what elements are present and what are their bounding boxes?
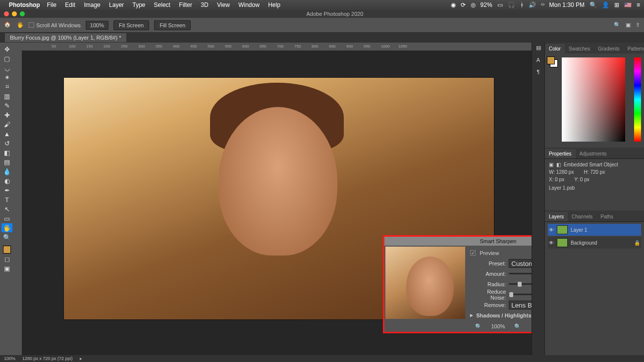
paragraph-panel-icon[interactable]: ¶: [537, 69, 540, 75]
zoom-out-icon[interactable]: 🔍: [475, 323, 482, 330]
eraser-tool[interactable]: ◧: [1, 148, 12, 157]
gradient-tool[interactable]: ▤: [1, 157, 12, 166]
spotlight-icon[interactable]: 🔍: [590, 1, 597, 8]
menu-filter[interactable]: Filter: [179, 1, 192, 8]
app-menu[interactable]: Photoshop: [9, 1, 40, 8]
notifications-icon[interactable]: ≡: [637, 1, 640, 8]
layer-row[interactable]: 👁 Layer 1: [548, 224, 641, 236]
shadows-highlights-toggle[interactable]: ▸ Shadows / Highlights: [470, 312, 532, 318]
shape-tool[interactable]: ▭: [1, 214, 12, 223]
preset-select[interactable]: Custom: [509, 259, 532, 268]
tab-swatches[interactable]: Swatches: [565, 44, 594, 53]
menu-file[interactable]: File: [47, 1, 56, 8]
fill-screen-button[interactable]: Fill Screen: [154, 20, 191, 30]
document-tab[interactable]: Blurry Focus.jpg @ 100% (Layer 1, RGB/8#…: [5, 33, 126, 42]
screen-mode-tool[interactable]: ▣: [1, 264, 12, 273]
user-icon[interactable]: 👤: [602, 1, 609, 8]
smart-sharpen-dialog: Smart Sharpen ✓ Preview ⚙ Preset: Custom…: [383, 235, 532, 333]
brush-tool[interactable]: 🖌: [1, 120, 12, 129]
menu-edit[interactable]: Edit: [65, 1, 75, 8]
radius-slider[interactable]: [509, 283, 532, 285]
layer-thumbnail: [557, 238, 568, 247]
pen-tool[interactable]: ✒: [1, 186, 12, 195]
cc-icon[interactable]: ⊞: [614, 1, 619, 8]
visibility-icon[interactable]: 👁: [549, 227, 554, 233]
tab-adjustments[interactable]: Adjustments: [576, 149, 611, 158]
chevron-right-icon[interactable]: ▸: [80, 356, 82, 361]
maximize-window-button[interactable]: [20, 11, 25, 16]
preview-checkbox[interactable]: ✓: [470, 250, 476, 256]
visibility-icon[interactable]: 👁: [549, 240, 554, 246]
heal-tool[interactable]: ✚: [1, 110, 12, 119]
color-swatch-tool[interactable]: [1, 245, 12, 254]
color-field[interactable]: [562, 57, 625, 142]
lasso-tool[interactable]: ◡: [1, 63, 12, 72]
eyedropper-tool[interactable]: ✎: [1, 101, 12, 110]
status-zoom[interactable]: 100%: [4, 356, 15, 361]
zoom-field[interactable]: 100%: [86, 21, 108, 30]
remove-label: Remove:: [470, 302, 506, 308]
status-info[interactable]: 1280 px x 720 px (72 ppi): [22, 356, 73, 361]
menu-select[interactable]: Select: [154, 1, 170, 8]
dock-strip: ▤ A ¶: [532, 43, 545, 355]
menu-3d[interactable]: 3D: [201, 1, 208, 8]
clock[interactable]: Mon 1:30 PM: [549, 1, 585, 8]
marquee-tool[interactable]: ▢: [1, 54, 12, 63]
preview-label: Preview: [480, 250, 499, 256]
dialog-preview[interactable]: [385, 247, 465, 319]
frame-tool[interactable]: ▥: [1, 92, 12, 101]
close-window-button[interactable]: [4, 11, 9, 16]
layer-name[interactable]: Background: [571, 240, 597, 246]
zoom-in-icon[interactable]: 🔍: [514, 323, 521, 330]
dodge-tool[interactable]: ◐: [1, 176, 12, 185]
fit-screen-button[interactable]: Fit Screen: [113, 20, 149, 30]
crop-tool[interactable]: ⌗: [1, 82, 12, 91]
menu-view[interactable]: View: [217, 1, 230, 8]
character-panel-icon[interactable]: A: [537, 57, 540, 63]
tab-color[interactable]: Color: [545, 44, 565, 53]
search-icon[interactable]: 🔍: [614, 22, 621, 28]
remove-select[interactable]: Lens Blur: [509, 301, 532, 310]
color-panel[interactable]: [545, 53, 644, 148]
hue-slider[interactable]: [634, 57, 641, 142]
tab-properties[interactable]: Properties: [545, 149, 576, 158]
quick-select-tool[interactable]: ✶: [1, 73, 12, 82]
home-button[interactable]: 🏠: [4, 21, 12, 29]
fg-bg-swatches[interactable]: [547, 56, 558, 67]
menu-help[interactable]: Help: [268, 1, 280, 8]
scroll-all-checkbox[interactable]: Scroll All Windows: [29, 22, 81, 28]
menu-image[interactable]: Image: [84, 1, 100, 8]
tab-patterns[interactable]: Patterns: [624, 44, 644, 53]
amount-slider[interactable]: [509, 273, 532, 274]
history-brush-tool[interactable]: ↺: [1, 139, 12, 148]
prop-x: X: 0 px: [549, 177, 564, 182]
menu-layer[interactable]: Layer: [109, 1, 124, 8]
type-tool[interactable]: T: [1, 195, 12, 204]
dialog-titlebar[interactable]: Smart Sharpen: [384, 237, 532, 246]
hand-tool[interactable]: 🖐: [1, 223, 12, 232]
tab-channels[interactable]: Channels: [568, 212, 596, 221]
workspace-icon[interactable]: ▣: [626, 22, 631, 28]
noise-slider[interactable]: [509, 294, 532, 295]
move-tool[interactable]: ✥: [1, 45, 12, 53]
battery-icon: ▭: [497, 1, 503, 8]
lock-icon: 🔒: [634, 240, 640, 246]
tab-paths[interactable]: Paths: [596, 212, 617, 221]
stamp-tool[interactable]: ▲: [1, 129, 12, 138]
blur-tool[interactable]: 💧: [1, 167, 12, 176]
tab-gradients[interactable]: Gradients: [594, 44, 623, 53]
window-title: Adobe Photoshop 2020: [30, 11, 640, 17]
minimize-window-button[interactable]: [12, 11, 17, 16]
menu-window[interactable]: Window: [238, 1, 260, 8]
tab-layers[interactable]: Layers: [545, 212, 568, 221]
canvas-area[interactable]: 5010015020025030035040045050055060065070…: [14, 43, 532, 355]
zoom-tool[interactable]: 🔍: [1, 233, 12, 242]
path-tool[interactable]: ↖: [1, 205, 12, 213]
traffic-lights: [4, 11, 25, 16]
layer-row[interactable]: 👁 Background 🔒: [548, 237, 641, 249]
quick-mask-tool[interactable]: ◻: [1, 255, 12, 263]
menu-type[interactable]: Type: [132, 1, 145, 8]
layer-name[interactable]: Layer 1: [571, 227, 587, 233]
history-panel-icon[interactable]: ▤: [536, 45, 541, 51]
share-icon[interactable]: ⇪: [636, 22, 640, 28]
